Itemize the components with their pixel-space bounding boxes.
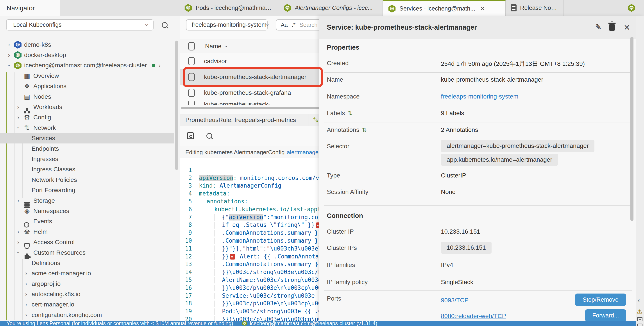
column-name[interactable]: Name xyxy=(205,43,222,50)
code-line[interactable]: 15 }}\u003c/p\u003e\n\u003cp\u003 xyxy=(180,268,329,276)
save-icon[interactable] xyxy=(187,132,194,139)
row-checkbox[interactable] xyxy=(188,89,195,97)
expand-chevron-icon[interactable]: › xyxy=(15,250,22,256)
editor-search-icon[interactable] xyxy=(206,133,212,139)
code-line[interactable]: 17 }}\u003c/p\u003e\n\u003cp\u003 xyxy=(180,284,329,292)
code-line[interactable]: 12 .CommonAnnotations.summary }}- xyxy=(180,245,329,253)
sort-ascending-icon[interactable]: › xyxy=(222,46,228,47)
namespace-link[interactable]: freeleaps-monitoring-system xyxy=(441,93,518,100)
sidebar-item[interactable]: › Config › xyxy=(0,112,174,123)
sidebar-item[interactable]: › Helm › xyxy=(0,226,174,237)
table-row-partial[interactable]: kube-prometheus-stack-… xyxy=(180,101,329,105)
sidebar-item[interactable]: › autoscaling.k8s.io › xyxy=(0,289,174,299)
code-line[interactable]: 16 Service:\u003c/strong\u003e {{ xyxy=(180,276,329,284)
expand-sort-icon[interactable]: ⇅ xyxy=(348,110,352,116)
code-line[interactable]: 6 {"apiVersion":"monitoring.core xyxy=(180,198,329,206)
expand-chevron-icon[interactable]: › xyxy=(15,228,22,235)
expand-chevron-icon[interactable]: › xyxy=(15,197,22,204)
tab-partial[interactable]: ☸ xyxy=(622,0,644,16)
close-icon[interactable]: ✕ xyxy=(624,23,630,32)
expand-chevron-icon[interactable]: › xyxy=(15,114,22,121)
code-line[interactable]: 20 Severity:\u003c/strong\u003e - xyxy=(180,308,329,316)
forward-button[interactable]: Forward... xyxy=(585,309,626,322)
sidebar-item[interactable]: › Access Control › xyxy=(0,237,174,247)
expand-chevron-icon[interactable]: › xyxy=(23,270,30,277)
sidebar-item[interactable]: › configuration.konghq.com › xyxy=(0,310,174,320)
sidebar-search-icon[interactable] xyxy=(162,22,168,28)
code-line[interactable]: 14 AlertName:\u003c/strong\u003e xyxy=(180,260,329,268)
code-line[interactable]: 18 Pod:\u003c/strong\u003e {{ .Co xyxy=(180,292,329,300)
expand-chevron-icon[interactable]: › xyxy=(23,280,30,287)
expand-chevron-icon[interactable]: › xyxy=(23,301,30,308)
sidebar-item[interactable]: › cert-manager.io › xyxy=(0,300,174,310)
code-line[interactable]: 3 metadata: xyxy=(180,174,329,182)
sidebar-item[interactable]: › Custom Resources › xyxy=(0,248,174,258)
expand-chevron-icon[interactable]: › xyxy=(15,104,22,110)
expand-chevron-icon[interactable]: › xyxy=(15,124,22,131)
sidebar-item[interactable]: Applications › xyxy=(0,81,174,92)
panel-scrollbar-thumb[interactable] xyxy=(630,37,634,221)
stop-remove-button[interactable]: Stop/Remove xyxy=(575,294,626,306)
code-line[interactable]: 1 apiVersion: monitoring.coreos.com/v1 xyxy=(180,158,329,166)
window-icon[interactable] xyxy=(637,324,642,326)
sidebar-item[interactable]: Services › xyxy=(0,133,174,144)
sidebar-item[interactable]: Ingresses › xyxy=(0,154,174,164)
namespace-select[interactable]: freeleaps-monitoring-system › xyxy=(186,19,268,30)
sidebar-item[interactable]: › argoproj.io › xyxy=(0,278,174,289)
sidebar-item[interactable]: › Workloads › xyxy=(0,102,174,112)
expand-chevron-icon[interactable]: › xyxy=(6,41,12,48)
sidebar-item[interactable]: Events › xyxy=(0,216,174,226)
sidebar-item[interactable]: Nodes › xyxy=(0,92,174,102)
code-line[interactable]: 21 }}\u003c/p\u003e\n\u003cp\u003 xyxy=(180,316,329,321)
sidebar-item[interactable]: Definitions › xyxy=(0,258,174,268)
expand-sort-icon[interactable]: ⇅ xyxy=(362,126,367,133)
row-checkbox[interactable] xyxy=(188,57,195,66)
tab-services-active[interactable]: ☸ Services - icecheng@math... ✕ xyxy=(383,0,506,16)
code-line[interactable]: 9 .CommonAnnotations.summary }}- xyxy=(180,221,329,229)
row-checkbox[interactable] xyxy=(188,101,195,105)
code-line[interactable]: 13 }}\u003c/strong\u003e\u003c/h3 xyxy=(180,253,329,260)
delete-icon[interactable] xyxy=(609,24,615,31)
sidebar-item[interactable]: Namespaces › xyxy=(0,206,174,216)
port-link[interactable]: 8080:reloader-web/TCP xyxy=(441,312,506,320)
collapse-chevron-icon[interactable]: ‹ xyxy=(638,296,640,304)
code-line[interactable]: 2 kind: AlertmanagerConfig xyxy=(180,166,329,174)
sidebar-item[interactable]: › acme.cert-manager.io › xyxy=(0,268,174,278)
warning-icon[interactable]: ⚠ xyxy=(636,307,642,315)
code-line[interactable]: 19 }})\u003c/p\u003e\n\u003cp\u00 xyxy=(180,300,329,308)
code-line[interactable]: 8 .CommonAnnotations.summary }}- xyxy=(180,214,329,221)
yaml-editor[interactable]: 1 apiVersion: monitoring.coreos.com/v1 2… xyxy=(180,158,329,321)
dock-edit-icon[interactable]: ✎ xyxy=(313,116,319,124)
sidebar-item[interactable]: Ingress Classes › xyxy=(0,164,174,175)
code-line[interactable]: 4 annotations: xyxy=(180,182,329,190)
sidebar-item[interactable]: › ☸ demo-k8s › xyxy=(0,40,174,50)
edit-icon[interactable]: ✎ xyxy=(595,22,602,32)
sidebar-item[interactable]: Endpoints › xyxy=(0,144,174,154)
code-line[interactable]: 11 }} Alert: {{ .CommonAnnotati xyxy=(180,237,329,245)
window-icon[interactable] xyxy=(637,317,642,322)
sidebar-item[interactable]: › Storage › xyxy=(0,196,174,206)
regex-toggle[interactable]: .* xyxy=(292,22,296,28)
table-row[interactable]: kube-prometheus-stack-grafana xyxy=(180,85,329,101)
sidebar-item[interactable]: › ☸ icecheng@mathmast.com@freeleaps-clus… xyxy=(0,60,174,71)
tab-alertmanager-configs[interactable]: ☸ Alertmanager Configs - icec... xyxy=(278,0,383,16)
code-line[interactable]: 7 if eq .Status \"firing\" }} xyxy=(180,206,329,214)
tab-pods[interactable]: ☸ Pods - icecheng@mathmas... xyxy=(179,0,278,16)
sidebar-item[interactable]: Port Forwarding › xyxy=(0,185,174,195)
sidebar-item[interactable]: Overview › xyxy=(0,71,174,81)
tab-close-icon[interactable]: ✕ xyxy=(480,5,485,12)
horizontal-scrollbar-thumb[interactable] xyxy=(181,107,319,109)
tab-release-notes[interactable]: Release Notes xyxy=(506,0,564,16)
sidebar-item[interactable]: › Network › xyxy=(0,123,174,133)
kubeconfig-select[interactable]: Local Kubeconfigs › xyxy=(6,19,154,30)
dock-tab-header[interactable]: PrometheusRule: freepeals-prod-metrics xyxy=(180,114,329,126)
code-line[interactable]: 5 kubectl.kubernetes.io/last-appli xyxy=(180,190,329,198)
expand-chevron-icon[interactable]: › xyxy=(23,312,30,318)
match-case-toggle[interactable]: Aa xyxy=(281,22,288,28)
expand-chevron-icon[interactable]: › xyxy=(6,62,12,69)
sidebar-item[interactable]: › ☸ docker-desktop › xyxy=(0,50,174,60)
sidebar-item[interactable]: Network Policies › xyxy=(0,175,174,185)
editing-resource-link[interactable]: alertmanager xyxy=(287,149,320,156)
port-link[interactable]: 9093/TCP xyxy=(441,297,468,304)
expand-chevron-icon[interactable]: › xyxy=(6,52,12,58)
